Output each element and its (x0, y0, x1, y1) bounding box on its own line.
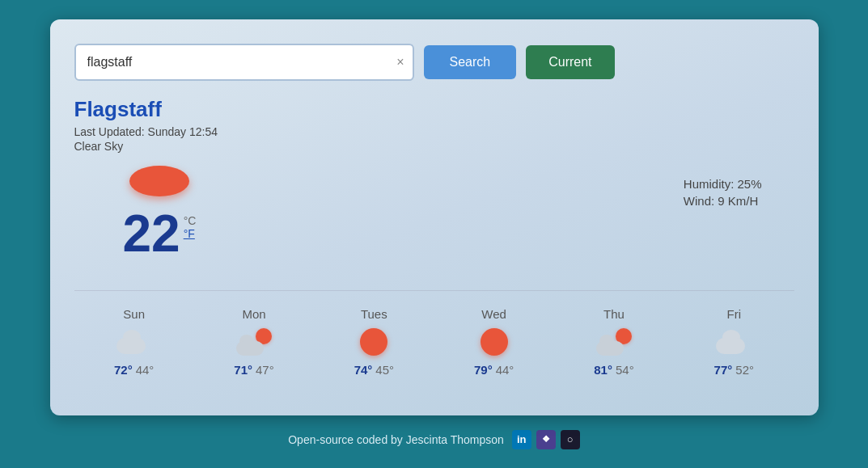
forecast-icon-thu (596, 327, 632, 356)
forecast-icon-sun (116, 327, 152, 356)
humidity: Humidity: 25% (684, 177, 762, 191)
clear-button[interactable]: × (395, 54, 405, 70)
day-label-fri: Fri (727, 307, 742, 321)
forecast-day-sun: Sun 72° 44° (114, 307, 154, 377)
day-label-mon: Mon (242, 307, 265, 321)
temperature-value: 22 (123, 208, 180, 259)
forecast-day-mon: Mon 71° 47° (234, 307, 273, 377)
github-icon[interactable]: ○ (561, 430, 580, 449)
weather-main: 22 °C °F Humidity: 25% Wind: 9 Km/H (74, 161, 794, 266)
humidity-wind: Humidity: 25% Wind: 9 Km/H (684, 177, 762, 211)
temp-low-wed: 44° (496, 363, 514, 377)
celsius-unit[interactable]: °C (184, 214, 197, 227)
search-button[interactable]: Search (424, 45, 517, 79)
unit-selector: °C °F (184, 214, 197, 240)
day-label-tues: Tues (361, 307, 387, 321)
search-input[interactable] (74, 44, 414, 81)
temps-wed: 79° 44° (474, 363, 514, 377)
day-label-wed: Wed (481, 307, 506, 321)
last-updated: Last Updated: Sunday 12:54 (74, 125, 794, 138)
sun-icon-large (127, 161, 192, 201)
temp-high-fri: 77° (714, 363, 733, 377)
temp-low-fri: 52° (735, 363, 754, 377)
devto-icon[interactable]: ❖ (536, 430, 556, 449)
forecast-row: Sun 72° 44° Mon (74, 290, 794, 377)
wind: Wind: 9 Km/H (684, 194, 762, 208)
forecast-icon-wed (476, 327, 512, 356)
day-label-sun: Sun (123, 307, 145, 321)
temp-low-mon: 47° (256, 363, 274, 377)
temps-thu: 81° 54° (594, 363, 633, 377)
fahrenheit-unit[interactable]: °F (184, 227, 197, 240)
temps-tues: 74° 45° (354, 363, 394, 377)
search-row: × Search Current (74, 44, 794, 81)
linkedin-icon[interactable]: in (512, 430, 531, 449)
temp-high-thu: 81° (594, 363, 612, 377)
temp-low-sun: 44° (136, 363, 155, 377)
app-container: × Search Current Flagstaff Last Updated:… (50, 19, 819, 415)
search-input-wrapper: × (74, 44, 414, 81)
forecast-day-tues: Tues 74° 45° (354, 307, 394, 377)
temps-mon: 71° 47° (234, 363, 273, 377)
forecast-day-thu: Thu 81° 54° (594, 307, 633, 377)
condition: Clear Sky (74, 140, 794, 153)
temps-fri: 77° 52° (714, 363, 754, 377)
weather-icon-temp: 22 °C °F (123, 161, 197, 259)
forecast-day-wed: Wed 79° 44° (474, 307, 514, 377)
temp-high-wed: 79° (474, 363, 493, 377)
footer: Open-source coded by Jescinta Thompson i… (288, 430, 580, 449)
forecast-icon-fri (716, 327, 752, 356)
temp-low-tues: 45° (375, 363, 394, 377)
temp-high-tues: 74° (354, 363, 373, 377)
day-label-thu: Thu (603, 307, 625, 321)
current-button[interactable]: Current (526, 45, 614, 79)
forecast-day-fri: Fri 77° 52° (714, 307, 754, 377)
temps-sun: 72° 44° (114, 363, 154, 377)
temp-unit-row: 22 °C °F (123, 208, 197, 259)
temp-high-mon: 71° (234, 363, 252, 377)
forecast-icon-mon (236, 327, 272, 356)
forecast-icon-tues (356, 327, 392, 356)
footer-links: in ❖ ○ (512, 430, 580, 449)
temp-high-sun: 72° (114, 363, 133, 377)
temp-low-thu: 54° (616, 363, 634, 377)
footer-text: Open-source coded by Jescinta Thompson (288, 432, 504, 445)
city-name: Flagstaff (74, 97, 794, 122)
